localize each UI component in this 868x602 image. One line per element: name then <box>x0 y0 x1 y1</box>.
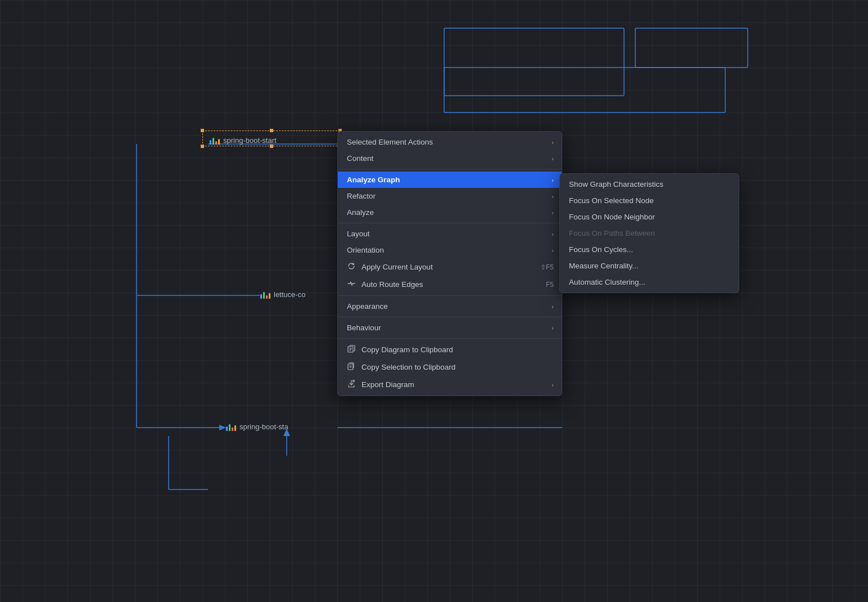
submenu-label: Focus On Node Neighbor <box>569 213 655 221</box>
copy-diagram-icon <box>347 345 356 354</box>
menu-label: Appearance <box>347 302 388 311</box>
node-label-2: lettuce-co <box>274 290 305 299</box>
submenu-item-measure-centrality[interactable]: Measure Centrality... <box>560 258 739 274</box>
chevron-icon: › <box>551 247 554 254</box>
chevron-icon: › <box>551 325 554 331</box>
node-label-3: spring-boot-sta <box>239 423 288 431</box>
submenu-item-focus-on-selected-node[interactable]: Focus On Selected Node <box>560 192 739 209</box>
menu-item-content[interactable]: Content › <box>338 150 562 167</box>
separator <box>338 317 562 317</box>
menu-item-auto-route-edges[interactable]: Auto Route Edges F5 <box>338 276 562 293</box>
separator <box>338 223 562 223</box>
node-label: spring-boot-start <box>223 136 277 145</box>
menu-label: Refactor <box>347 192 376 200</box>
submenu-label: Focus On Cycles... <box>569 245 633 254</box>
separator <box>338 338 562 339</box>
chevron-icon: › <box>551 155 554 162</box>
menu-label: Apply Current Layout <box>361 263 433 271</box>
menu-item-behaviour[interactable]: Behaviour › <box>338 320 562 336</box>
menu-label: Export Diagram <box>361 380 414 389</box>
export-diagram-icon <box>347 380 356 389</box>
chevron-icon: › <box>551 209 554 216</box>
menu-label: Analyze Graph <box>347 176 400 184</box>
context-menu: Selected Element Actions › Content › Ana… <box>337 131 562 396</box>
menu-label: Layout <box>347 230 370 238</box>
chevron-icon: › <box>551 303 554 310</box>
submenu-label: Show Graph Characteristics <box>569 180 663 188</box>
menu-label: Content <box>347 154 373 163</box>
submenu-label: Automatic Clustering... <box>569 278 645 286</box>
submenu-label: Measure Centrality... <box>569 262 639 270</box>
submenu-item-focus-on-cycles[interactable]: Focus On Cycles... <box>560 241 739 258</box>
chevron-icon: › <box>551 231 554 237</box>
menu-item-apply-current-layout[interactable]: Apply Current Layout ⇧F5 <box>338 258 562 276</box>
chevron-icon: › <box>551 193 554 200</box>
apply-layout-icon <box>347 262 356 272</box>
submenu-label: Focus On Selected Node <box>569 196 654 205</box>
menu-label: Orientation <box>347 246 384 254</box>
menu-label: Behaviour <box>347 324 381 332</box>
submenu-item-focus-on-paths-between: Focus On Paths Between <box>560 225 739 241</box>
copy-selection-icon <box>347 362 356 372</box>
menu-item-layout[interactable]: Layout › <box>338 226 562 242</box>
separator <box>338 295 562 296</box>
node-icon-3 <box>226 422 236 431</box>
submenu-label: Focus On Paths Between <box>569 229 655 237</box>
chevron-icon: › <box>551 139 554 146</box>
auto-route-icon <box>347 280 356 289</box>
menu-item-export-diagram[interactable]: Export Diagram › <box>338 376 562 393</box>
menu-label: Analyze <box>347 208 374 217</box>
separator <box>338 169 562 169</box>
chevron-icon: › <box>551 177 554 183</box>
menu-label: Copy Selection to Clipboard <box>361 363 455 371</box>
node-icon-2 <box>260 290 270 299</box>
submenu-analyze-graph: Show Graph Characteristics Focus On Sele… <box>559 173 739 293</box>
submenu-item-focus-on-node-neighbor[interactable]: Focus On Node Neighbor <box>560 209 739 225</box>
node-spring-boot-start[interactable]: spring-boot-start <box>210 136 277 145</box>
node-lettuce[interactable]: lettuce-co <box>260 290 305 299</box>
submenu-item-show-graph-characteristics[interactable]: Show Graph Characteristics <box>560 176 739 192</box>
menu-item-refactor[interactable]: Refactor › <box>338 188 562 204</box>
shortcut: ⇧F5 <box>540 263 554 271</box>
menu-item-selected-element-actions[interactable]: Selected Element Actions › <box>338 134 562 150</box>
menu-item-analyze-graph[interactable]: Analyze Graph › <box>338 172 562 188</box>
menu-item-appearance[interactable]: Appearance › <box>338 298 562 315</box>
menu-label: Copy Diagram to Clipboard <box>361 345 453 354</box>
menu-item-copy-diagram[interactable]: Copy Diagram to Clipboard <box>338 341 562 358</box>
menu-label: Selected Element Actions <box>347 138 433 146</box>
menu-label: Auto Route Edges <box>361 280 423 289</box>
node-spring-boot-sta[interactable]: spring-boot-sta <box>226 422 288 431</box>
node-icon <box>210 136 220 145</box>
submenu-item-automatic-clustering[interactable]: Automatic Clustering... <box>560 274 739 290</box>
menu-item-orientation[interactable]: Orientation › <box>338 242 562 258</box>
menu-item-copy-selection[interactable]: Copy Selection to Clipboard <box>338 358 562 376</box>
shortcut: F5 <box>546 281 554 289</box>
menu-item-analyze[interactable]: Analyze › <box>338 204 562 221</box>
chevron-icon: › <box>551 381 554 388</box>
